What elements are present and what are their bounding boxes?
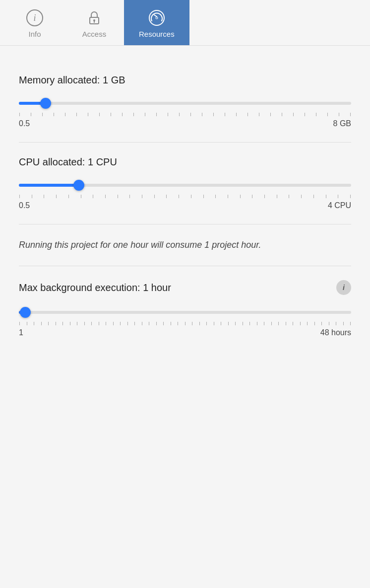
memory-labels: 0.5 8 GB xyxy=(19,119,351,128)
svg-text:i: i xyxy=(33,13,36,23)
info-text-section: Running this project for one hour will c… xyxy=(19,224,351,266)
memory-slider[interactable] xyxy=(19,96,351,111)
gauge-icon xyxy=(148,9,166,27)
background-max-label: 48 hours xyxy=(320,328,351,337)
cpu-max-label: 4 CPU xyxy=(328,201,351,210)
tab-resources-label: Resources xyxy=(139,30,175,38)
background-info-badge[interactable]: i xyxy=(336,280,351,295)
tabs-bar: i Info Access Resources xyxy=(0,0,370,46)
cpu-section: CPU allocated: 1 CPU 0.5 4 CPU xyxy=(19,143,351,224)
project-hour-text: Running this project for one hour will c… xyxy=(19,238,351,252)
background-slider[interactable] xyxy=(19,305,351,320)
memory-track-bg xyxy=(19,102,351,105)
background-ticks xyxy=(19,322,351,325)
tab-info[interactable]: i Info xyxy=(5,0,64,45)
background-title: Max background execution: 1 hour xyxy=(19,282,171,294)
background-min-label: 1 xyxy=(19,328,23,337)
memory-ticks xyxy=(19,113,351,116)
memory-thumb[interactable] xyxy=(40,98,51,109)
tab-info-label: Info xyxy=(28,30,41,38)
background-thumb[interactable] xyxy=(20,307,31,318)
memory-title: Memory allocated: 1 GB xyxy=(19,74,351,86)
cpu-thumb[interactable] xyxy=(73,180,84,191)
cpu-ticks xyxy=(19,195,351,198)
cpu-title: CPU allocated: 1 CPU xyxy=(19,156,351,168)
tab-access-label: Access xyxy=(82,30,106,38)
tab-access[interactable]: Access xyxy=(64,0,124,45)
memory-min-label: 0.5 xyxy=(19,119,30,128)
cpu-track-filled xyxy=(19,184,79,187)
content-area: Memory allocated: 1 GB 0.5 8 GB CPU allo… xyxy=(0,46,370,366)
svg-point-8 xyxy=(156,17,157,19)
background-track-bg xyxy=(19,311,351,314)
tab-resources[interactable]: Resources xyxy=(124,0,189,45)
background-title-row: Max background execution: 1 hour i xyxy=(19,280,351,295)
lock-icon xyxy=(85,9,103,27)
background-labels: 1 48 hours xyxy=(19,328,351,337)
memory-section: Memory allocated: 1 GB 0.5 8 GB xyxy=(19,61,351,143)
background-section: Max background execution: 1 hour i 1 48 … xyxy=(19,266,351,351)
memory-max-label: 8 GB xyxy=(333,119,351,128)
cpu-labels: 0.5 4 CPU xyxy=(19,201,351,210)
info-icon: i xyxy=(26,9,44,27)
cpu-slider[interactable] xyxy=(19,178,351,193)
svg-line-7 xyxy=(154,15,157,17)
cpu-min-label: 0.5 xyxy=(19,201,30,210)
